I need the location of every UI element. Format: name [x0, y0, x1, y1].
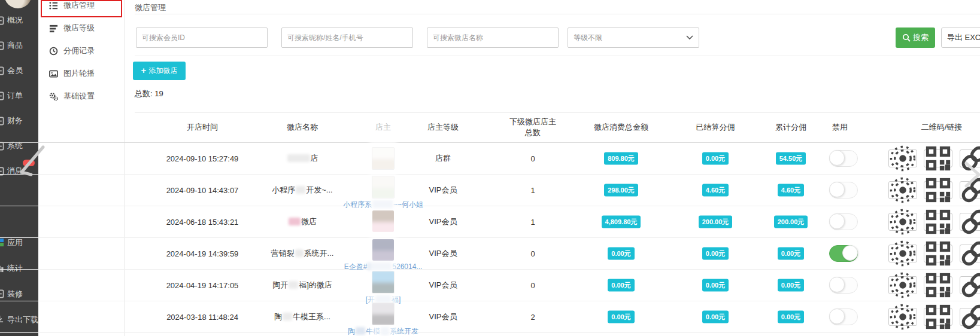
user-avatar[interactable] — [4, 0, 32, 8]
link-button[interactable] — [960, 245, 980, 262]
link-button[interactable] — [960, 213, 980, 231]
table-header-row: 开店时间 微店名称 店主 店主等级 下级微店店主 总数 微店消费总金额 已结算分… — [0, 112, 980, 143]
export-excel-button[interactable]: 导出 EXCEL — [941, 28, 980, 48]
store-name: 店 — [254, 153, 350, 164]
table-row: 2024-09-10 14:43:07 小程序开发~... 小程序系~~何小姐 … — [0, 174, 980, 206]
store-open-time: 2024-04-19 14:17:05 — [142, 280, 262, 289]
disable-toggle[interactable] — [829, 182, 858, 198]
submenu-item-label: 基础设置 — [63, 91, 95, 102]
table-row: 2024-09-10 15:27:49 店 店群 0 809.80元 0.00元… — [0, 142, 980, 175]
miniprogram-code-button[interactable] — [888, 245, 917, 262]
miniprogram-code-button[interactable] — [888, 308, 917, 326]
settled-commission-badge: 200.00元 — [699, 215, 733, 228]
miniprogram-code-icon — [889, 176, 917, 204]
total-count: 总数: 19 — [135, 88, 163, 99]
table-row: 2024-04-19 14:17:05 陶开福]的微店 [开福] VIP会员 0… — [0, 269, 980, 301]
owner-avatar — [372, 303, 395, 325]
link-button[interactable] — [960, 276, 980, 294]
row-actions — [888, 181, 980, 199]
text-fragment: 陶 — [274, 312, 282, 321]
table-row: 2024-04-19 14:39:59 营销裂系统开... E企盈#526014… — [0, 237, 980, 270]
qr-code-button[interactable] — [924, 213, 952, 231]
cumulative-commission-badge: 0.00元 — [778, 310, 804, 323]
search-icon — [902, 33, 911, 42]
sidebar-item-goods[interactable]: 商品 — [0, 33, 38, 58]
member-id-search-input[interactable] — [136, 28, 268, 48]
submenu-list: 微店管理 微店等级 分佣记录 图片轮播 基础设置 — [38, 0, 124, 108]
store-name-search-input[interactable] — [427, 28, 559, 48]
table-row: 2024-03-18 11:48:24 陶牛模王系... 陶牛模系统开发 VIP… — [0, 301, 980, 333]
submenu-item-list[interactable]: 微店管理 — [38, 0, 124, 17]
column-header: 已结算分佣 — [679, 122, 751, 133]
qr-code-button[interactable] — [924, 149, 952, 167]
sub-store-count: 1 — [497, 217, 569, 226]
total-consumption-badge: 0.00元 — [608, 310, 634, 323]
owner-avatar — [372, 147, 395, 170]
store-name: 陶开福]的微店 — [254, 280, 350, 291]
link-button[interactable] — [960, 181, 980, 199]
toggle-knob — [842, 245, 858, 261]
column-header: 微店名称 — [254, 122, 350, 133]
text-fragment: 陶开 — [272, 280, 288, 289]
owner-level: VIP会员 — [410, 280, 476, 291]
miniprogram-code-icon — [889, 240, 917, 267]
qr-code-icon — [924, 176, 952, 204]
level-select-value: 等级不限 — [574, 33, 602, 43]
disable-toggle[interactable] — [829, 245, 858, 262]
add-store-label: 添加微店 — [148, 66, 177, 76]
settled-commission-badge: 0.00元 — [702, 152, 729, 164]
qr-code-button[interactable] — [924, 308, 952, 326]
miniprogram-code-button[interactable] — [888, 181, 917, 199]
nickname-search-input[interactable] — [281, 28, 413, 48]
disable-toggle[interactable] — [829, 308, 858, 325]
settled-commission-badge: 0.00元 — [702, 247, 729, 259]
link-icon — [960, 271, 980, 299]
add-store-button[interactable]: + 添加微店 — [133, 62, 186, 80]
miniprogram-code-button[interactable] — [888, 213, 917, 231]
link-button[interactable] — [960, 308, 980, 326]
total-consumption-badge: 4,809.80元 — [602, 215, 641, 228]
level-select[interactable]: 等级不限 — [568, 28, 699, 48]
link-button[interactable] — [960, 149, 980, 167]
submenu-item-settings[interactable]: 基础设置 — [38, 85, 124, 108]
redacted-text — [289, 281, 298, 289]
row-actions — [888, 308, 980, 326]
submenu-item-label: 图片轮播 — [63, 68, 95, 79]
qr-code-button[interactable] — [924, 276, 952, 294]
cumulative-commission-badge: 200.00元 — [774, 215, 808, 228]
commission-record-icon — [49, 47, 58, 56]
qr-code-button[interactable] — [924, 181, 952, 199]
disable-toggle[interactable] — [829, 150, 858, 167]
sidebar-item-members[interactable]: 会员 — [0, 58, 38, 83]
settled-commission-badge: 4.60元 — [702, 184, 729, 196]
submenu-item-commission-record[interactable]: 分佣记录 — [38, 39, 124, 62]
toggle-knob — [829, 150, 845, 166]
sidebar-item-label: 商品 — [7, 40, 23, 51]
miniprogram-code-button[interactable] — [888, 149, 917, 167]
qr-code-icon — [924, 240, 952, 267]
store-open-time: 2024-06-18 15:43:21 — [142, 217, 262, 226]
owner-avatar — [372, 271, 395, 294]
row-actions — [888, 213, 980, 231]
sidebar-item-orders[interactable]: 订单 — [0, 83, 38, 108]
sub-store-count: 1 — [497, 185, 569, 194]
disable-toggle[interactable] — [829, 277, 858, 294]
row-actions — [888, 149, 980, 167]
search-button-label: 搜索 — [913, 32, 929, 43]
store-open-time: 2024-09-10 15:27:49 — [142, 154, 262, 163]
submenu-item-image-carousel[interactable]: 图片轮播 — [38, 62, 124, 85]
submenu-item-levels[interactable]: 微店等级 — [38, 17, 124, 39]
cumulative-commission-badge: 0.00元 — [778, 279, 804, 291]
text-fragment: 开发~... — [306, 185, 332, 194]
text-fragment: 牛模 — [366, 327, 380, 335]
disable-toggle[interactable] — [829, 213, 858, 230]
sidebar-item-overview[interactable]: 概况 — [0, 8, 38, 33]
column-header: 累计分佣 — [754, 122, 827, 133]
qr-code-button[interactable] — [924, 245, 952, 262]
search-button[interactable]: 搜索 — [896, 28, 935, 48]
owner-level: VIP会员 — [410, 248, 476, 259]
miniprogram-code-button[interactable] — [888, 276, 917, 294]
overview-icon — [0, 16, 4, 25]
cumulative-commission-badge: 54.50元 — [776, 152, 806, 164]
owner-nickname-link[interactable]: 陶牛模系统开发 — [341, 326, 425, 336]
